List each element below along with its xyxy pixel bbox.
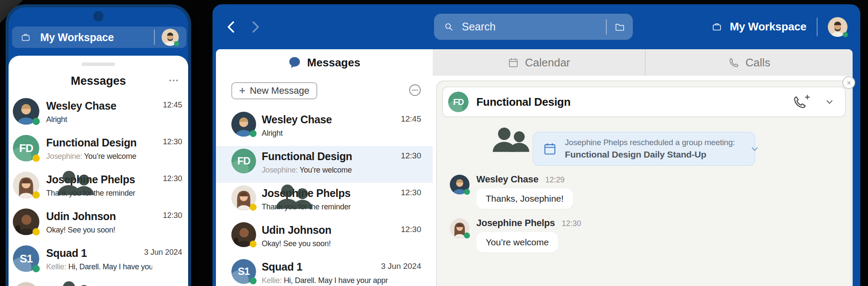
conversation-row[interactable]: Wesley Chase Alright 12:45 [9, 96, 188, 133]
conversation-preview: Alright [262, 129, 388, 138]
conversation-row-selected[interactable]: FD Functional Design Josephine: You’re w… [216, 146, 433, 183]
meeting-notice-text: Josephine Phelps rescheduled a group mee… [565, 138, 735, 147]
search-divider [606, 19, 607, 35]
status-dot [32, 265, 40, 272]
tab-calls[interactable]: Calls [646, 49, 853, 76]
conversation-name: Wesley Chase [46, 100, 152, 112]
message-time: 12:30 [562, 219, 581, 228]
header-divider [817, 18, 818, 36]
group-avatar: FD [13, 135, 39, 161]
meeting-title: Functional Design Daily Stand-Up [565, 149, 735, 160]
conversation-time: 12:30 [401, 188, 421, 197]
conversation-name: Wesley Chase [262, 113, 388, 126]
workspace-header[interactable]: My Workspace [12, 27, 186, 48]
chevron-down-icon[interactable] [825, 98, 834, 106]
list-more-options-icon[interactable] [409, 84, 421, 96]
header-divider [154, 30, 155, 45]
status-dot [174, 41, 179, 46]
conversation-time: 12:30 [163, 174, 182, 183]
avatar [231, 222, 256, 247]
group-people-icon [448, 92, 576, 156]
conversation-time: 12:30 [401, 225, 421, 234]
conversation-row[interactable]: Udin Johnson Okay! See you soon! 12:30 [9, 207, 188, 244]
phone-camera-punch [93, 11, 103, 21]
messages-heading: Messages [9, 74, 188, 88]
phone-screen: My Workspace Messages Wesley Chase Alr [9, 7, 188, 286]
conversation-preview: Alright [46, 115, 152, 124]
avatar [13, 98, 39, 125]
chat-bubble-icon [288, 56, 301, 69]
status-dot [250, 241, 257, 247]
avatar [231, 112, 256, 137]
folder-icon[interactable] [614, 21, 625, 32]
status-dot [843, 32, 848, 37]
status-dot [32, 228, 40, 235]
plus-icon: + [239, 85, 245, 96]
avatar [13, 209, 39, 235]
conversation-list: + New Message Wesley Chase Alright 12:45 [216, 76, 433, 286]
conversation-row[interactable]: Wesley Chase Alright 12:45 [216, 109, 433, 146]
chat-group-avatar: FD [448, 92, 469, 112]
message-bubble: You’re welcome [476, 232, 558, 253]
more-options-icon[interactable] [169, 80, 178, 81]
group-people-icon [231, 149, 360, 213]
conversation-time: 3 Jun 2024 [144, 248, 182, 257]
conversation-time: 12:30 [401, 151, 421, 161]
chat-header: FD Functional Design [442, 86, 846, 117]
window-content: Messages Calendar Calls + New Message [216, 49, 853, 286]
chevron-down-icon[interactable] [750, 145, 759, 153]
phone-icon [728, 57, 740, 69]
calendar-icon [508, 57, 519, 69]
forward-button[interactable] [248, 20, 262, 34]
conversation-row[interactable]: Udin Johnson Okay! See you soon! 12:30 [216, 220, 433, 256]
status-dot [32, 191, 40, 199]
chat-message: Wesley Chase 12:29 Thanks, Josephine! [450, 174, 573, 209]
conversation-row[interactable]: S1 Squad 1 Kellie: Hi, Darell. May I hav… [216, 256, 433, 286]
group-people-icon [13, 135, 141, 199]
tab-messages[interactable]: Messages [216, 49, 433, 76]
status-dot [32, 118, 40, 125]
phone-mockup: My Workspace Messages Wesley Chase Alr [6, 4, 191, 286]
briefcase-icon [21, 32, 31, 42]
conversation-time: 12:30 [163, 137, 182, 146]
desktop-app-window: My Workspace Messages Calendar Calls [213, 4, 860, 286]
group-avatar: FD [231, 149, 256, 173]
search-bar[interactable] [434, 14, 633, 40]
status-dot [464, 232, 470, 238]
new-message-button[interactable]: + New Message [231, 82, 317, 99]
tab-calendar[interactable]: Calendar [433, 49, 646, 76]
search-input[interactable] [462, 21, 606, 33]
status-dot [250, 130, 257, 137]
conversation-preview: Okay! See you soon! [262, 239, 388, 248]
group-avatar: S1 [13, 245, 39, 272]
message-sender: Josephine Phelps [476, 217, 555, 229]
status-dot [32, 155, 40, 162]
status-dot [250, 277, 257, 284]
status-dot [250, 204, 257, 211]
chat-message: Josephine Phelps 12:30 You’re welcome [450, 217, 581, 253]
chat-panel: FD Functional Design Josephine Phelps re… [436, 80, 852, 286]
search-icon [443, 21, 454, 32]
user-avatar[interactable] [162, 29, 179, 46]
conversation-row[interactable]: FD Functional Design Josephine: You’re w… [9, 133, 188, 170]
avatar [450, 175, 469, 194]
drag-handle[interactable] [82, 63, 115, 66]
status-dot [464, 189, 470, 195]
close-icon [846, 80, 852, 86]
conversation-time: 12:45 [163, 101, 182, 110]
conversation-time: 12:45 [401, 114, 421, 124]
tab-bar: Messages Calendar Calls [216, 49, 853, 76]
back-button[interactable] [224, 20, 238, 34]
conversation-row[interactable]: S1 Squad 1 Kellie: Hi, Darell. May I hav… [9, 244, 188, 280]
close-chat-button[interactable] [842, 76, 855, 89]
conversation-time: 3 Jun 2024 [381, 262, 421, 271]
workspace-title[interactable]: My Workspace [730, 20, 806, 33]
message-bubble: Thanks, Josephine! [476, 188, 573, 209]
add-call-icon[interactable] [793, 94, 811, 110]
conversation-name: Udin Johnson [46, 210, 152, 223]
messages-sheet: Messages Wesley Chase Alright 12:45 FD [9, 56, 188, 286]
user-avatar[interactable] [828, 17, 847, 37]
conversation-time: 12:30 [163, 211, 182, 220]
conversation-preview: Okay! See you soon! [46, 226, 152, 235]
conversation-name: Udin Johnson [262, 224, 388, 236]
